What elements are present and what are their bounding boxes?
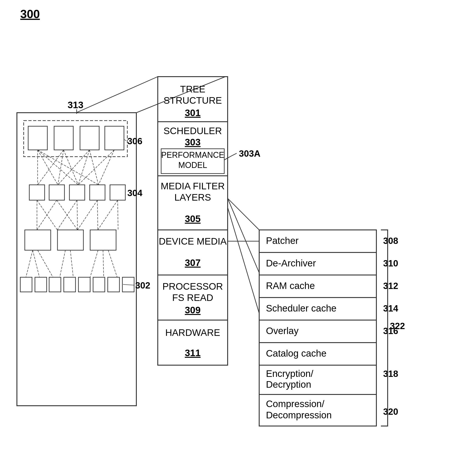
label-320: 320 xyxy=(383,407,398,417)
label-302: 302 xyxy=(135,280,150,290)
compression-label2: Decompression xyxy=(266,410,332,420)
device-media-ref: 307 xyxy=(185,257,201,268)
media-filter-label2: LAYERS xyxy=(174,192,211,203)
lower-node-2 xyxy=(57,230,83,250)
mid-node-4 xyxy=(90,185,105,200)
lower-node-3 xyxy=(90,230,116,250)
top-node-2 xyxy=(54,126,73,150)
patcher-label: Patcher xyxy=(266,235,299,246)
encryption-label: Encryption/ xyxy=(266,368,313,379)
svg-line-27 xyxy=(60,250,65,277)
tree-structure-label: TREE xyxy=(180,84,205,94)
leaf-2 xyxy=(35,277,47,292)
hardware-box xyxy=(158,320,228,365)
label-314: 314 xyxy=(383,303,398,313)
hardware-ref: 311 xyxy=(185,348,201,358)
scheduler-cache-label: Scheduler cache xyxy=(266,303,337,314)
svg-line-23 xyxy=(118,200,118,230)
svg-line-33 xyxy=(76,77,158,113)
label-322: 322 xyxy=(390,321,405,331)
svg-line-5 xyxy=(38,150,99,185)
figure-number: 300 xyxy=(20,7,40,20)
media-filter-ref: 305 xyxy=(185,214,201,224)
svg-line-4 xyxy=(38,150,78,185)
svg-line-11 xyxy=(89,150,99,185)
leaf-3 xyxy=(49,277,61,292)
compression-label: Compression/ xyxy=(266,399,324,409)
lower-node-1 xyxy=(25,230,51,250)
label-303a: 303A xyxy=(239,149,260,158)
scheduler-ref: 303 xyxy=(185,137,201,147)
label-318: 318 xyxy=(383,369,398,379)
label-313: 313 xyxy=(68,100,83,110)
svg-line-6 xyxy=(38,150,64,185)
leaf-4 xyxy=(64,277,75,292)
svg-line-18 xyxy=(57,200,77,230)
svg-line-26 xyxy=(38,250,53,277)
svg-line-28 xyxy=(70,250,73,277)
svg-line-32 xyxy=(123,285,134,285)
top-node-1 xyxy=(28,126,47,150)
leaf-1 xyxy=(20,277,32,292)
leaf-7 xyxy=(108,277,119,292)
svg-line-34 xyxy=(136,77,225,113)
svg-line-38 xyxy=(228,207,259,313)
label-308: 308 xyxy=(383,236,398,246)
svg-line-24 xyxy=(26,250,33,277)
perf-model-label2: MODEL xyxy=(178,160,207,170)
svg-line-13 xyxy=(99,150,114,185)
svg-line-3 xyxy=(38,150,58,185)
svg-line-20 xyxy=(78,200,97,230)
ram-cache-label: RAM cache xyxy=(266,280,315,291)
scheduler-label: SCHEDULER xyxy=(163,126,222,136)
svg-line-21 xyxy=(97,200,98,230)
de-archiver-label: De-Archiver xyxy=(266,258,316,269)
catalog-cache-label: Catalog cache xyxy=(266,348,327,359)
processor-label2: FS READ xyxy=(172,292,213,303)
diagram-container: 300 313 306 xyxy=(0,0,476,472)
perf-model-label: PERFORMANCE xyxy=(161,150,224,160)
svg-line-19 xyxy=(77,200,78,230)
svg-line-37 xyxy=(228,198,259,273)
svg-line-36 xyxy=(228,198,259,230)
label-304: 304 xyxy=(127,188,142,198)
media-filter-label: MEDIA FILTER xyxy=(161,181,225,191)
leaf-5 xyxy=(78,277,90,292)
mid-node-3 xyxy=(69,185,85,200)
svg-line-31 xyxy=(108,250,117,277)
label-310: 310 xyxy=(383,258,398,268)
mid-node-1 xyxy=(29,185,45,200)
tree-structure-ref: 301 xyxy=(185,107,201,118)
top-node-3 xyxy=(80,126,99,150)
hardware-label: HARDWARE xyxy=(165,327,220,338)
svg-line-29 xyxy=(90,250,98,277)
processor-ref: 309 xyxy=(185,305,201,315)
mid-node-2 xyxy=(49,185,65,200)
svg-line-30 xyxy=(103,250,104,277)
overlay-label: Overlay xyxy=(266,325,299,336)
label-312: 312 xyxy=(383,281,398,291)
tree-structure-label2: STRUCTURE xyxy=(164,95,222,106)
svg-line-25 xyxy=(33,250,39,277)
svg-line-22 xyxy=(98,200,118,230)
leaf-6 xyxy=(93,277,105,292)
mid-node-5 xyxy=(110,185,125,200)
svg-line-7 xyxy=(58,150,64,185)
svg-line-8 xyxy=(64,150,78,185)
processor-label: PROCESSOR xyxy=(163,281,223,292)
encryption-label2: Decryption xyxy=(266,379,311,390)
label-306: 306 xyxy=(127,136,142,146)
device-media-label: DEVICE MEDIA xyxy=(159,236,226,247)
top-node-4 xyxy=(105,126,124,150)
